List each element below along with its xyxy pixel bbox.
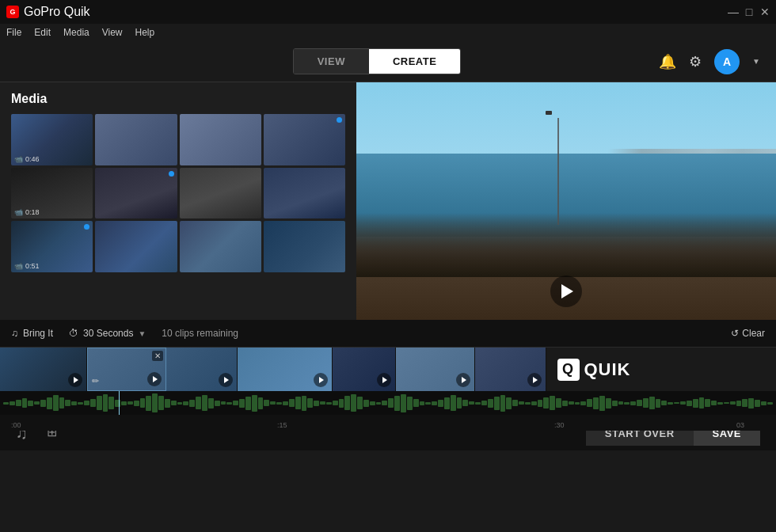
waveform-bar — [730, 401, 736, 405]
waveform-bar — [717, 402, 723, 405]
waveform-bar — [742, 399, 747, 407]
tab-create[interactable]: CREATE — [369, 49, 460, 74]
waveform-bar — [462, 400, 468, 406]
tab-view[interactable]: VIEW — [294, 49, 369, 74]
waveform-bar — [189, 400, 195, 407]
preview-play-button[interactable] — [550, 276, 582, 307]
maximize-button[interactable]: □ — [744, 7, 754, 17]
media-thumb-8[interactable] — [264, 168, 345, 219]
waveform-bar — [53, 395, 59, 411]
waveform-bar — [108, 397, 114, 409]
waveform-bar — [444, 397, 450, 409]
waveform-bar — [103, 394, 108, 412]
waveform-bar — [612, 401, 618, 406]
minimize-button[interactable]: — — [728, 7, 738, 17]
media-thumb-4[interactable] — [264, 114, 345, 165]
waveform-bar — [127, 401, 133, 405]
clip-1[interactable] — [0, 348, 87, 391]
waveform-bar — [97, 396, 102, 410]
media-thumb-5[interactable]: 📹0:18 — [11, 168, 93, 219]
waveform-bar — [543, 397, 549, 408]
notification-icon[interactable]: 🔔 — [659, 53, 676, 70]
media-thumb-9[interactable]: 📹0:51 — [11, 221, 93, 272]
waveform-bar — [252, 395, 257, 412]
waveform-bar — [618, 401, 624, 405]
waveform-bar — [146, 396, 151, 411]
waveform-bar — [693, 399, 698, 408]
titlebar-left: G GoPro Quik — [6, 5, 90, 19]
waveform-bar — [519, 401, 524, 405]
waveform-bar — [512, 400, 518, 406]
menu-media[interactable]: Media — [63, 27, 89, 38]
waveform-bar — [90, 399, 96, 407]
waveform-bar — [475, 402, 481, 405]
waveform-bar — [649, 397, 655, 409]
timeline-clips: ✕ ✏ — [0, 348, 776, 391]
waveform-bar — [233, 401, 238, 405]
music-track-name: Bring It — [23, 328, 53, 339]
waveform-bar — [295, 397, 301, 409]
ruler-mark-30: :30 — [554, 421, 565, 429]
waveform-bar — [767, 402, 773, 405]
settings-icon[interactable]: ⚙ — [689, 53, 702, 70]
avatar[interactable]: A — [714, 49, 740, 74]
waveform-bar — [420, 401, 425, 405]
waveform-bar — [3, 402, 9, 405]
waveform-bar — [755, 400, 760, 407]
media-thumb-12[interactable] — [264, 221, 345, 272]
media-thumb-10[interactable] — [95, 221, 177, 272]
clip-7[interactable] — [475, 348, 546, 391]
waveform-bar — [258, 397, 264, 409]
waveform-bar — [599, 396, 605, 411]
clip-3[interactable] — [166, 348, 238, 391]
clip-5[interactable] — [333, 348, 396, 391]
waveform-bar — [245, 397, 251, 410]
waveform-bar — [115, 400, 120, 407]
media-thumb-11[interactable] — [180, 221, 261, 272]
clip-1-play-icon — [68, 373, 82, 387]
waveform-bar — [394, 396, 400, 411]
clip-6-play-icon — [456, 373, 470, 387]
quik-text: QUIK — [584, 359, 631, 380]
clip-2-play-icon — [147, 372, 162, 386]
waveform-bar — [28, 401, 33, 406]
menu-edit[interactable]: Edit — [34, 27, 51, 38]
clip-2-delete-icon[interactable]: ✕ — [152, 351, 163, 361]
media-panel: Media 📹0:46 📹 — [0, 82, 356, 320]
waveform-bar — [761, 401, 766, 405]
app-title: GoPro Quik — [24, 5, 90, 19]
waveform-bar — [736, 401, 742, 406]
waveform-bar — [550, 396, 555, 410]
timeline-music[interactable]: ♫ Bring It — [11, 328, 53, 339]
waveform-bar — [699, 397, 705, 408]
ruler-mark-15: :15 — [277, 421, 287, 429]
media-thumb-2[interactable] — [95, 114, 177, 165]
waveform-bar — [134, 401, 139, 406]
clip-4[interactable] — [238, 348, 333, 391]
menu-file[interactable]: File — [6, 27, 21, 38]
thumb-dot-4 — [337, 117, 342, 123]
clip-3-play-icon — [219, 373, 233, 387]
waveform — [0, 391, 776, 415]
clip-7-play-icon — [527, 373, 542, 387]
waveform-bar — [705, 399, 710, 407]
waveform-bar — [562, 401, 568, 406]
close-button[interactable]: ✕ — [760, 7, 770, 17]
media-thumb-7[interactable] — [180, 168, 261, 219]
clip-2[interactable]: ✕ ✏ — [87, 348, 166, 391]
menu-view[interactable]: View — [102, 27, 123, 38]
media-thumb-1[interactable]: 📹0:46 — [11, 114, 93, 165]
waveform-bar — [457, 397, 462, 408]
timeline-duration[interactable]: ⏱ 30 Seconds ▼ — [69, 328, 146, 339]
media-thumb-3[interactable] — [180, 114, 261, 165]
media-thumb-6[interactable] — [95, 168, 177, 219]
clip-6[interactable] — [396, 348, 475, 391]
waveform-bar — [643, 398, 649, 408]
waveform-bar — [47, 397, 52, 409]
waveform-bar — [382, 401, 387, 405]
clear-label: Clear — [742, 328, 765, 339]
waveform-bar — [140, 398, 146, 408]
clear-button[interactable]: ↺ Clear — [731, 328, 765, 339]
waveform-bars — [0, 391, 776, 415]
menu-help[interactable]: Help — [135, 27, 155, 38]
